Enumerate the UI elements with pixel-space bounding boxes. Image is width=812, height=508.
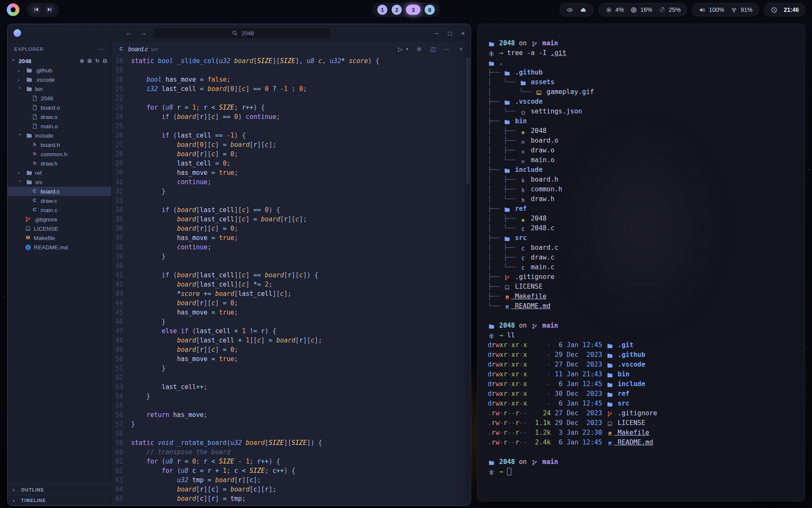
code-editor[interactable]: 18static bool _slide_col(u32 board[SIZE]… bbox=[112, 56, 471, 505]
terminal-line: │ └── h draw.h bbox=[488, 194, 795, 204]
h-lang-icon: h bbox=[519, 179, 527, 184]
git-icon bbox=[503, 275, 511, 282]
folder-icon bbox=[503, 168, 511, 174]
new-file-button[interactable]: ⊕ bbox=[80, 58, 84, 64]
snowflake-icon bbox=[488, 469, 495, 476]
info-icon: i bbox=[24, 244, 32, 250]
clock-text: 21:46 bbox=[784, 6, 799, 13]
cpu-icon bbox=[605, 7, 612, 13]
code-line-64: 64 board[r][c] = board[c][r]; bbox=[112, 485, 471, 494]
file-tree-item-main.c[interactable]: Cmain.c bbox=[8, 205, 111, 215]
code-line-58: 58 bbox=[112, 429, 471, 438]
file-tree-item-2048[interactable]: ›2048⊕⊞↻⊟ bbox=[8, 56, 111, 66]
file-tree-item-bin[interactable]: ›bin bbox=[8, 84, 111, 94]
folder-icon bbox=[606, 382, 614, 389]
file-tree-item-draw.o[interactable]: draw.o bbox=[8, 112, 111, 121]
file-tree-item-include[interactable]: ›include bbox=[8, 131, 111, 140]
workspace-3-active[interactable]: 3 bbox=[406, 5, 420, 15]
terminal-line: ├── include bbox=[488, 165, 795, 175]
exe-icon: ▣ bbox=[519, 130, 527, 135]
file-tree-item-.github[interactable]: ›.github bbox=[8, 66, 111, 75]
file-tree-item-draw.h[interactable]: hdraw.h bbox=[8, 159, 111, 168]
skip-next-button[interactable] bbox=[44, 5, 55, 15]
folder-icon bbox=[503, 207, 511, 213]
maximize-window-button[interactable]: □ bbox=[448, 30, 452, 37]
file-label: draw.c bbox=[41, 198, 57, 204]
breadcrumb-file: board.c bbox=[128, 46, 148, 52]
folder-icon bbox=[606, 372, 614, 379]
file-tree-item-.vscode[interactable]: ›.vscode bbox=[8, 75, 111, 84]
code-line-61: 61 for (u8 r = 0; r < SIZE - 1; r++) { bbox=[112, 457, 471, 466]
terminal-output[interactable]: 2048 on main → tree -a -I .git .├── .git… bbox=[477, 24, 805, 501]
explorer-more-button[interactable]: ⋯ bbox=[98, 46, 104, 52]
launcher-button[interactable] bbox=[7, 3, 19, 16]
file-tree-item-Makefile[interactable]: MMakefile bbox=[8, 233, 111, 243]
terminal-line: │ ├── ▣ 2048 bbox=[488, 126, 795, 136]
line-number: 59 bbox=[112, 438, 131, 447]
code-line-54: 54 } bbox=[112, 392, 471, 401]
md-icon: M bbox=[503, 305, 511, 310]
editor-scrollbar[interactable] bbox=[466, 57, 470, 184]
caret-down-action-button[interactable]: ▾ bbox=[406, 47, 409, 51]
line-number: 64 bbox=[112, 485, 131, 494]
clock-module: 21:46 bbox=[764, 3, 805, 17]
file-tree-item-draw.c[interactable]: Cdraw.c bbox=[8, 196, 111, 205]
file-tree-item-main.o[interactable]: main.o bbox=[8, 121, 111, 131]
snowflake-icon bbox=[488, 51, 495, 58]
workspace-2[interactable]: 2 bbox=[392, 5, 402, 15]
workspace-1[interactable]: 1 bbox=[377, 5, 387, 15]
chevron-right-icon: › bbox=[18, 67, 23, 74]
line-number: 37 bbox=[112, 233, 131, 243]
workspace-8[interactable]: 8 bbox=[425, 5, 435, 15]
file-tree-item-common.h[interactable]: hcommon.h bbox=[8, 149, 111, 159]
code-line-40: 40 bbox=[112, 261, 471, 271]
line-number: 18 bbox=[112, 56, 131, 66]
terminal-line: └── M README.md bbox=[488, 301, 795, 311]
c-lang-icon: C bbox=[31, 189, 38, 194]
chevron-right-icon: › bbox=[13, 486, 18, 493]
file-tree-item-ref[interactable]: ›ref bbox=[8, 168, 111, 177]
file-tree-item-board.c[interactable]: Cboard.c bbox=[8, 187, 111, 196]
file-tree-item-board.h[interactable]: hboard.h bbox=[8, 140, 111, 149]
editor-tab-bar: C board.c src ▷▾◫⋯× bbox=[112, 42, 471, 56]
collapse-all-button[interactable]: ⊟ bbox=[103, 58, 107, 64]
close-action-button[interactable]: × bbox=[457, 46, 465, 52]
snowflake-icon bbox=[488, 333, 495, 340]
terminal-line: ├── .gitignore bbox=[488, 272, 795, 282]
split-action-button[interactable]: ◫ bbox=[429, 46, 437, 52]
disk-icon bbox=[658, 7, 666, 13]
terminal-line: .rw-r--r-- 2.4k 6 Jan 12:45 M README.md bbox=[488, 438, 795, 447]
file-tree-item-README.md[interactable]: iREADME.md bbox=[8, 243, 111, 252]
file-tree-item-2048[interactable]: 2048 bbox=[8, 94, 111, 103]
binary-icon: ▦ bbox=[519, 149, 527, 154]
app-icon bbox=[14, 29, 21, 37]
terminal-line: ├── .github bbox=[488, 68, 795, 77]
file-tree-item-src[interactable]: ›src bbox=[8, 177, 111, 187]
close-window-button[interactable]: × bbox=[461, 30, 465, 37]
terminal-line: .rw-r--r-- 24 27 Dec 2023 .gitignore bbox=[488, 409, 795, 418]
more-action-button[interactable]: ⋯ bbox=[443, 46, 451, 52]
minimize-window-button[interactable]: − bbox=[435, 30, 439, 37]
breadcrumb[interactable]: C board.c src bbox=[118, 46, 158, 52]
code-line-65: 65 board[c][r] = tmp; bbox=[112, 494, 471, 503]
code-line-38: 38 continue; bbox=[112, 243, 471, 252]
terminal-line: │ ├── ▣ 2048 bbox=[488, 214, 795, 224]
code-line-59: 59static void _rotate_board(u32 board[SI… bbox=[112, 438, 471, 447]
gear-action-button[interactable] bbox=[415, 46, 423, 52]
panel-outline[interactable]: ›OUTLINE bbox=[8, 484, 111, 495]
command-center-search[interactable]: 2048 bbox=[154, 28, 331, 39]
terminal-line bbox=[488, 447, 795, 457]
file-tree-item-LICENSE[interactable]: LICENSE bbox=[8, 224, 111, 233]
code-line-46: 46 } bbox=[112, 317, 471, 326]
nav-forward-button[interactable]: → bbox=[139, 29, 148, 37]
file-tree-item-board.o[interactable]: board.o bbox=[8, 103, 111, 112]
panel-timeline[interactable]: ›TIMELINE bbox=[8, 495, 111, 505]
code-line-55: 55 bbox=[112, 401, 471, 410]
skip-prev-button[interactable] bbox=[31, 5, 41, 15]
file-tree-item-.gitignore[interactable]: .gitignore bbox=[8, 215, 111, 224]
refresh-button[interactable]: ↻ bbox=[95, 58, 99, 64]
play-action-button[interactable]: ▷ bbox=[397, 46, 404, 52]
nav-back-button[interactable]: ← bbox=[125, 29, 133, 37]
line-number: 45 bbox=[112, 308, 131, 317]
new-folder-button[interactable]: ⊞ bbox=[88, 58, 92, 64]
